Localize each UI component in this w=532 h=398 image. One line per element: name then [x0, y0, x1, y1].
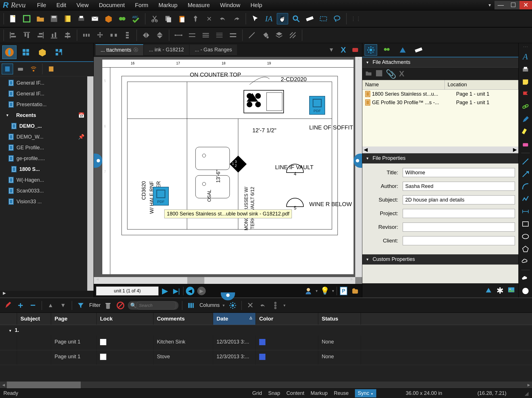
columns-icon[interactable] [186, 300, 196, 311]
line-icon[interactable] [521, 157, 530, 166]
folder-icon[interactable] [350, 286, 360, 296]
right-tab-measure-icon[interactable] [412, 44, 425, 56]
lasso-icon[interactable] [331, 13, 343, 24]
align-top-icon[interactable] [21, 30, 32, 41]
trash-icon[interactable] [103, 300, 113, 311]
line-style4-icon[interactable] [214, 30, 225, 41]
line-style3-icon[interactable] [200, 30, 211, 41]
sort-up-icon[interactable]: ▲ [45, 300, 56, 311]
line-style1-icon[interactable] [173, 30, 184, 41]
pen-icon[interactable] [521, 115, 530, 124]
delete-icon[interactable]: ✕ [245, 300, 255, 311]
dimension-icon[interactable] [521, 207, 530, 216]
tree-item[interactable]: W(-Hagen... [0, 175, 87, 185]
col-date[interactable]: Date △ [213, 313, 256, 325]
prop-author-input[interactable] [403, 182, 515, 191]
menu-form[interactable]: Form [135, 2, 148, 9]
menu-edit[interactable]: Edit [56, 2, 66, 9]
tree-item[interactable]: Vision33 ... [0, 196, 87, 207]
doc-tab-attachments[interactable]: ... ttachmentsⓧ [95, 44, 143, 55]
remove-icon[interactable]: − [28, 300, 38, 311]
align-center-h-icon[interactable] [62, 30, 73, 41]
bucket-icon[interactable] [260, 30, 271, 41]
flag-icon[interactable] [521, 90, 530, 99]
subtab-drive-icon[interactable] [15, 64, 26, 74]
undo-icon[interactable] [217, 13, 228, 24]
rectangle-icon[interactable] [521, 220, 530, 228]
note-icon[interactable] [521, 78, 530, 86]
status-grid[interactable]: Grid [252, 390, 262, 396]
text-tool-icon[interactable]: A [521, 52, 530, 61]
grip-icon[interactable]: ⋯ [521, 45, 530, 48]
redo-icon[interactable] [231, 13, 242, 24]
align-bottom-icon[interactable] [48, 30, 60, 41]
ellipse-icon[interactable] [521, 232, 530, 241]
add-folder-icon[interactable] [365, 70, 373, 78]
status-icon[interactable] [270, 300, 280, 311]
attachment-row[interactable]: 1800 Series Stainless st...u... Page 1 -… [362, 90, 518, 98]
panel-handle-left[interactable] [94, 154, 102, 168]
print-icon[interactable] [521, 65, 530, 74]
subtab-docs-icon[interactable] [2, 64, 13, 74]
col-lock[interactable]: Lock [97, 313, 153, 325]
drawing-scrollbar-h[interactable]: ◀ ▶ [94, 277, 362, 284]
tree-item[interactable]: Scan0033... [0, 185, 87, 196]
back-icon[interactable]: ◀ [185, 286, 195, 296]
copy-icon[interactable] [163, 13, 174, 24]
eraser-icon[interactable] [521, 140, 530, 149]
pin-icon[interactable] [190, 13, 201, 24]
minimize-button[interactable]: — [494, 1, 507, 9]
tree-item[interactable]: General IF... [0, 77, 87, 88]
prop-project-input[interactable] [403, 209, 515, 218]
user-icon[interactable] [304, 286, 313, 296]
grip-icon[interactable]: ⋮⋮ [350, 13, 361, 24]
remove-icon[interactable]: X [399, 69, 404, 78]
filter-icon[interactable] [76, 300, 86, 311]
link-icon[interactable] [117, 13, 128, 24]
tree-item[interactable]: DEMO_W...📌 [0, 131, 87, 142]
menu-document[interactable]: Document [99, 2, 125, 9]
attachments-scrollbar[interactable]: ◀▶ [362, 146, 518, 153]
tree-item[interactable]: General IF... [0, 88, 87, 99]
align-left-icon[interactable] [7, 30, 19, 41]
link-icon[interactable] [521, 103, 530, 111]
lock-swatch[interactable] [100, 354, 106, 360]
image-icon[interactable] [507, 286, 516, 295]
markup-group[interactable]: ▼ 1. [0, 325, 532, 336]
menu-file[interactable]: File [37, 2, 46, 9]
status-content[interactable]: Content [286, 390, 304, 396]
sort-down-icon[interactable]: ▼ [58, 300, 68, 311]
spacing-icon[interactable] [108, 30, 119, 41]
clear-filter-icon[interactable] [115, 300, 126, 311]
right-tab-search-icon[interactable] [381, 44, 393, 56]
save-attachment-icon[interactable] [375, 70, 383, 78]
right-tab-3d-icon[interactable] [396, 44, 409, 56]
dropdown-icon[interactable]: ▼ [488, 3, 492, 7]
left-tab-package[interactable] [35, 45, 49, 59]
col-status[interactable]: Status [318, 313, 361, 325]
lock-swatch[interactable] [100, 339, 106, 345]
menu-measure[interactable]: Measure [188, 2, 210, 9]
prop-revisor-input[interactable] [403, 223, 515, 232]
col-color[interactable]: Color [256, 313, 318, 325]
cloud-icon[interactable] [521, 257, 530, 266]
expand-arrow-icon[interactable]: ▶ [0, 291, 93, 298]
custom-properties-header[interactable]: ▼Custom Properties [362, 254, 518, 265]
left-tab-files[interactable] [2, 45, 16, 59]
col-comments[interactable]: Comments [153, 313, 213, 325]
arrow-icon[interactable] [521, 170, 530, 178]
calendar-icon[interactable]: 📅 [78, 112, 84, 118]
pin-icon[interactable]: 📌 [78, 134, 84, 140]
dropdown-icon[interactable]: ▼ [326, 45, 336, 55]
drawing-content[interactable]: 4 5 3 2 1 ON COUNTER TOP 2-CD2020 LINE O… [110, 68, 354, 274]
flip-h-icon[interactable] [140, 30, 152, 41]
notebook-icon[interactable] [62, 13, 73, 24]
tree-item[interactable]: Presentatio... [0, 99, 87, 110]
gear-icon[interactable]: ✱ [496, 286, 504, 296]
tree-item[interactable]: ge-profile..... [0, 153, 87, 164]
play-icon[interactable]: ▶ [160, 286, 170, 296]
hatch-icon[interactable] [287, 30, 298, 41]
email-icon[interactable] [89, 13, 101, 24]
tree-scrollbar[interactable]: ▲▼ [87, 76, 93, 291]
left-tab-sets[interactable] [52, 45, 66, 59]
